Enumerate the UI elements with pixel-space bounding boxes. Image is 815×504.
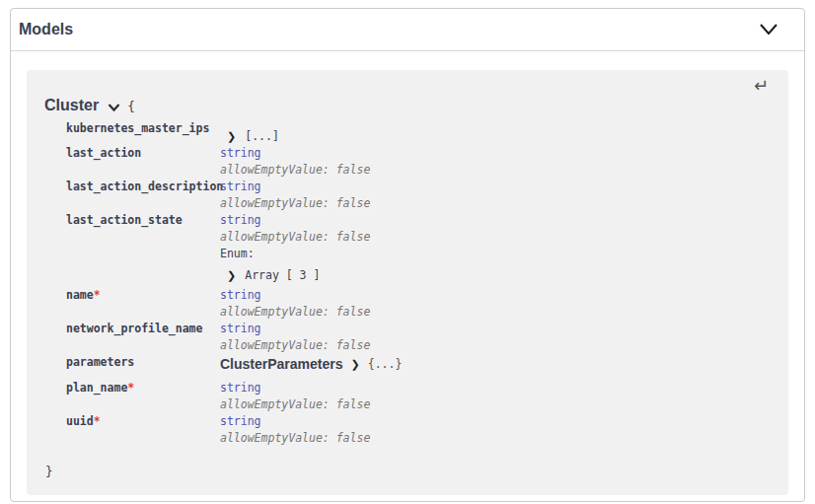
property-row-plan-name: plan_name* string allowEmptyValue: false (66, 380, 771, 413)
property-row-last-action-state: last_action_state string allowEmptyValue… (66, 212, 771, 287)
property-name: last_action_state (66, 212, 220, 229)
models-body: ↵ Cluster { kubernetes_master_ips ❯[...] (11, 51, 804, 495)
collapsed-object-text[interactable]: {...} (368, 356, 403, 373)
enum-array-text[interactable]: Array [ 3 ] (245, 267, 320, 284)
chevron-down-icon[interactable] (759, 22, 778, 37)
collapsed-array-text[interactable]: [...] (245, 128, 279, 145)
property-type: string (220, 321, 370, 337)
property-row-kubernetes-master-ips: kubernetes_master_ips ❯[...] (66, 120, 771, 145)
property-type: string (220, 413, 370, 430)
property-row-network-profile-name: network_profile_name string allowEmptyVa… (66, 321, 771, 354)
property-type: string (220, 212, 370, 229)
open-brace: { (127, 98, 135, 114)
required-star: * (94, 288, 101, 302)
property-row-uuid: uuid* string allowEmptyValue: false (66, 413, 771, 447)
property-type: string (220, 179, 370, 195)
expand-icon[interactable]: ❯ (227, 267, 236, 284)
enum-collapsed-value: ❯Array [ 3 ] (220, 267, 370, 284)
property-attr: allowEmptyValue: false (220, 162, 370, 179)
property-name: kubernetes_master_ips (66, 120, 220, 137)
property-type: string (220, 287, 370, 304)
property-attr: allowEmptyValue: false (220, 229, 370, 246)
property-row-name: name* string allowEmptyValue: false (66, 287, 771, 321)
models-header[interactable]: Models (11, 9, 804, 51)
close-brace: } (45, 463, 771, 479)
collapsed-array-value: ❯[...] (220, 120, 279, 145)
property-attr: allowEmptyValue: false (220, 396, 370, 413)
property-type: string (220, 145, 370, 162)
chevron-down-icon[interactable] (108, 103, 120, 112)
model-properties: kubernetes_master_ips ❯[...] last_action… (66, 120, 771, 447)
property-row-last-action: last_action string allowEmptyValue: fals… (66, 145, 771, 179)
required-star: * (127, 381, 134, 395)
property-row-parameters: parameters ClusterParameters❯{...} (66, 354, 771, 380)
property-type: string (220, 380, 370, 396)
required-star: * (94, 414, 101, 428)
model-container-cluster: ↵ Cluster { kubernetes_master_ips ❯[...] (27, 70, 788, 495)
expand-icon[interactable]: ❯ (351, 358, 360, 371)
expand-icon[interactable]: ❯ (227, 128, 236, 145)
property-attr: allowEmptyValue: false (220, 195, 370, 212)
models-title: Models (19, 21, 73, 38)
property-name: last_action_description (66, 179, 220, 195)
property-row-last-action-description: last_action_description string allowEmpt… (66, 179, 771, 212)
property-attr: allowEmptyValue: false (220, 337, 370, 354)
models-section: Models ↵ Cluster { kubernetes_master_ips… (10, 8, 805, 502)
model-title-row[interactable]: Cluster { (44, 97, 771, 114)
property-name: uuid* (66, 413, 220, 430)
deflate-icon[interactable]: ↵ (754, 77, 769, 95)
property-attr: allowEmptyValue: false (220, 304, 370, 321)
property-name: name* (66, 287, 220, 304)
property-name: network_profile_name (66, 321, 220, 337)
model-title[interactable]: Cluster (44, 97, 99, 114)
enum-label: Enum: (220, 246, 370, 262)
property-attr: allowEmptyValue: false (220, 430, 370, 447)
property-name: parameters (66, 354, 220, 371)
property-name: plan_name* (66, 380, 220, 396)
model-ref-link[interactable]: ClusterParameters (220, 356, 343, 372)
property-name: last_action (66, 145, 220, 162)
model-ref-row: ClusterParameters❯{...} (220, 354, 402, 374)
